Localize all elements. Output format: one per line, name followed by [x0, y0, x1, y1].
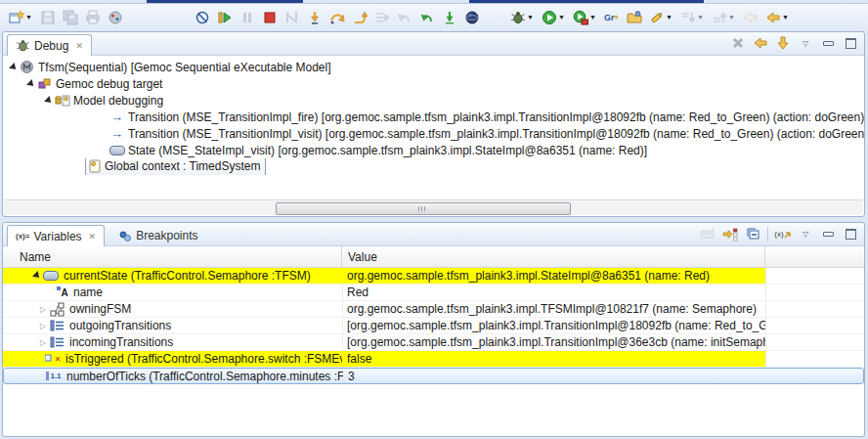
variable-value: [org.gemoc.sample.tfsm_plaink3.impl.Tran…	[342, 318, 765, 333]
step-over-button[interactable]	[326, 7, 348, 28]
step-return-button[interactable]	[348, 7, 370, 28]
new-wizard-button[interactable]: ▼	[5, 7, 36, 28]
backward-step-button[interactable]	[415, 7, 438, 28]
step-forward-button[interactable]	[773, 34, 793, 52]
previous-annotation-button[interactable]: ▼	[708, 7, 739, 28]
tree-row-transition-visit[interactable]: → Transition (MSE_TransitionImpl_visit) …	[3, 125, 864, 142]
last-edit-location-button[interactable]	[739, 7, 761, 28]
minimize-button[interactable]	[818, 34, 838, 52]
tab-debug[interactable]: Debug ✕	[7, 34, 92, 56]
main-toolbar: ▼	[0, 4, 868, 30]
print-button[interactable]	[81, 7, 104, 28]
collapse-all-button[interactable]	[743, 225, 762, 242]
table-row-name[interactable]: A name Red	[3, 285, 864, 301]
expander-expanded-icon[interactable]	[9, 63, 19, 72]
context-page-icon	[88, 158, 102, 174]
attribute-icon: A	[52, 285, 69, 300]
chevron-down-icon[interactable]: ▼	[697, 14, 704, 21]
boolean-attribute-icon: ✕	[44, 352, 62, 367]
save-all-button[interactable]	[59, 7, 81, 28]
chevron-down-icon[interactable]: ▼	[589, 14, 596, 21]
chevron-down-icon[interactable]: ▼	[25, 14, 32, 21]
tree-row-global-context[interactable]: Global context : TimedSystem	[3, 158, 864, 175]
variable-name: name	[73, 285, 103, 299]
animation-globe-button[interactable]	[460, 7, 483, 28]
chevron-down-icon[interactable]: ▼	[728, 14, 735, 21]
launch-toolbar-group: ▼ ▼ ▼ Gr+ ▼ ▼ ▼	[506, 6, 793, 29]
variable-value: Red	[342, 285, 765, 300]
terminate-button[interactable]	[258, 7, 281, 28]
chevron-down-icon[interactable]: ▼	[558, 14, 565, 21]
debug-view-panel: Debug ✕ ▽ Tfsm(Sequential) [Gemoc Sequen…	[2, 31, 865, 217]
step-into-button[interactable]	[303, 7, 326, 28]
skip-all-breakpoints-button[interactable]	[191, 7, 213, 28]
tree-row-state-visit[interactable]: State (MSE_StateImpl_visit) [org.gemoc.s…	[3, 142, 864, 158]
scrollbar-thumb[interactable]	[276, 202, 571, 215]
table-row-isTriggered[interactable]: ✕ isTriggered (TrafficControl.Semaphore.…	[3, 351, 864, 368]
step-backward-button[interactable]	[751, 34, 770, 52]
close-icon[interactable]: ✕	[89, 232, 97, 241]
tab-variables[interactable]: (x)= Variables ✕	[7, 225, 105, 246]
maximize-button[interactable]	[841, 34, 860, 52]
debug-controls-group	[191, 6, 483, 29]
expander-collapsed-icon[interactable]: ▷	[40, 322, 46, 330]
chevron-down-icon[interactable]: ▼	[527, 14, 534, 21]
drop-to-frame-button[interactable]	[393, 7, 415, 28]
show-logical-structure-button[interactable]	[720, 225, 740, 242]
table-row-incomingTransitions[interactable]: ▷ incomingTransitions [org.gemoc.sample.…	[3, 334, 864, 351]
state-icon	[42, 269, 60, 284]
table-row-owningFSM[interactable]: ▷ owningFSM org.gemoc.sample.tfsm_plaink…	[3, 301, 864, 318]
run-to-line-button[interactable]	[370, 7, 393, 28]
table-row-numberOfTicks[interactable]: 1.1 numberOfTicks (TrafficControl.Semaph…	[3, 368, 864, 384]
debug-target-icon	[36, 76, 53, 92]
external-tools-button[interactable]: ▼	[569, 7, 600, 28]
tree-row-launch[interactable]: Tfsm(Sequential) [Gemoc Sequential eXecu…	[3, 59, 864, 75]
horizontal-scrollbar[interactable]	[4, 199, 863, 215]
show-type-names-button[interactable]	[698, 225, 717, 242]
new-gemoc-project-button[interactable]: Gr+	[600, 7, 623, 28]
next-annotation-button[interactable]: ▼	[676, 7, 708, 28]
chevron-down-icon[interactable]: ▼	[782, 14, 789, 21]
watch-expression-button[interactable]: (x)	[773, 225, 793, 242]
expander-expanded-icon[interactable]	[32, 271, 42, 281]
maximize-button[interactable]	[841, 225, 860, 242]
run-launch-button[interactable]: ▼	[538, 7, 569, 28]
stack-frame-arrow-icon: →	[108, 126, 125, 142]
tree-row-transition-fire[interactable]: → Transition (MSE_TransitionImpl_fire) […	[3, 109, 864, 125]
view-menu-icon[interactable]: ▽	[796, 225, 815, 242]
chevron-down-icon[interactable]: ▼	[666, 14, 673, 21]
expander-expanded-icon[interactable]	[26, 79, 36, 89]
variables-panel-toolbar: (x) ▽	[698, 225, 860, 242]
table-row-currentState[interactable]: currentState (TrafficControl.Semaphore :…	[3, 268, 864, 285]
tree-item-label: Transition (MSE_TransitionImpl_visit) [o…	[128, 127, 864, 141]
save-button[interactable]	[36, 7, 59, 28]
close-icon[interactable]: ✕	[75, 41, 83, 51]
disconnect-button[interactable]	[281, 7, 303, 28]
minimize-button[interactable]	[818, 225, 838, 242]
variable-name: owningFSM	[69, 302, 131, 316]
open-folder-button[interactable]	[623, 7, 645, 28]
gemoc-engine-icon[interactable]	[104, 7, 126, 28]
tree-row-debug-target[interactable]: Gemoc debug target	[3, 75, 864, 92]
global-context-item[interactable]: Global context : TimedSystem	[85, 158, 266, 175]
expander-collapsed-icon[interactable]: ▷	[40, 338, 46, 347]
resume-button[interactable]	[213, 7, 236, 28]
marker-button[interactable]: ▼	[645, 7, 676, 28]
view-menu-icon[interactable]: ▽	[796, 34, 815, 52]
tree-row-model-debugging[interactable]: Model debugging	[3, 92, 864, 109]
tab-breakpoints[interactable]: Breakpoints	[110, 225, 205, 245]
back-navigation-button[interactable]: ▼	[761, 7, 793, 28]
expander-expanded-icon[interactable]	[44, 96, 54, 106]
variable-value: org.gemoc.sample.tfsm_plaink3.impl.TFSMI…	[342, 301, 765, 317]
column-header-name[interactable]: Name	[3, 246, 342, 267]
expander-collapsed-icon[interactable]: ▷	[40, 305, 46, 314]
remove-all-terminated-button[interactable]	[728, 34, 748, 52]
tab-label: Breakpoints	[136, 229, 197, 242]
pause-button[interactable]	[236, 7, 258, 28]
debug-launch-button[interactable]: ▼	[506, 7, 538, 28]
variable-name: outgoingTransitions	[69, 319, 171, 332]
table-row-outgoingTransitions[interactable]: ▷ outgoingTransitions [org.gemoc.sample.…	[3, 318, 864, 334]
tree-item-label: State (MSE_StateImpl_visit) [org.gemoc.s…	[128, 144, 651, 157]
column-header-value[interactable]: Value	[342, 246, 765, 267]
use-step-filters-button[interactable]	[438, 7, 460, 28]
